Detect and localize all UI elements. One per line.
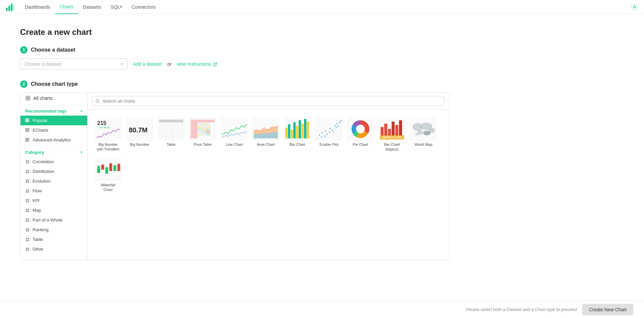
svg-rect-120 [191, 120, 215, 122]
chart-thumb-bar-chart [284, 117, 311, 141]
sidebar-all-charts[interactable]: All charts [20, 93, 87, 104]
nav-datasets[interactable]: Datasets [78, 0, 106, 14]
svg-point-4 [634, 6, 636, 8]
chart-card-bar-chart-legacy[interactable]: DEPRECATED Bar Chart(legacy) [377, 115, 407, 154]
svg-rect-11 [26, 121, 27, 122]
chart-card-world-map[interactable]: World Map [408, 115, 439, 154]
chart-label-bar-chart: Bar Chart [289, 142, 305, 147]
svg-point-161 [330, 128, 331, 129]
chart-card-line-chart[interactable]: Line Chart [219, 115, 249, 154]
svg-point-159 [327, 134, 328, 135]
svg-rect-7 [26, 99, 28, 100]
sidebar-item-ranking[interactable]: Ranking [20, 225, 87, 235]
svg-rect-149 [296, 126, 298, 138]
chart-label-big-number-trendline: Big Numberwith Trendline [97, 142, 119, 152]
recommended-tags-label: Recommended tags [25, 109, 67, 114]
svg-rect-6 [28, 96, 30, 98]
app-logo[interactable] [5, 2, 15, 12]
sidebar-item-table[interactable]: Table [20, 235, 87, 244]
svg-rect-150 [299, 120, 301, 138]
svg-point-156 [321, 132, 323, 134]
sidebar-item-echarts[interactable]: ECharts [20, 125, 87, 135]
chart-card-big-number-trendline[interactable]: 215 +70% WoW Big Numberwith Trendline [93, 115, 123, 154]
dataset-placeholder: Choose a dataset [24, 61, 61, 67]
svg-rect-130 [197, 125, 202, 128]
chart-card-pivot-table[interactable]: Pivot Table [188, 115, 218, 154]
step2-label: Choose chart type [31, 81, 78, 87]
nav-charts[interactable]: Charts [55, 0, 78, 14]
dataset-or-text: or [167, 61, 171, 67]
svg-rect-138 [206, 130, 210, 133]
sidebar-divider-1 [20, 105, 87, 105]
ranking-label: Ranking [33, 227, 49, 232]
sidebar-item-popular[interactable]: Popular [20, 116, 87, 125]
chart-label-bar-chart-legacy: Bar Chart(legacy) [384, 142, 400, 152]
svg-rect-135 [206, 128, 210, 130]
sidebar-divider-2 [20, 146, 87, 146]
svg-rect-151 [301, 124, 304, 138]
navigation: Dashboards Charts Datasets SQL Connector… [0, 0, 644, 14]
svg-rect-3 [13, 5, 14, 11]
sidebar-item-advanced-analytics[interactable]: Advanced-Analytics [20, 135, 87, 145]
dataset-dropdown[interactable]: Choose a dataset ▾ [20, 58, 128, 70]
svg-text:+70% WoW: +70% WoW [97, 126, 110, 129]
category-header[interactable]: Category ▾ [20, 148, 87, 157]
sidebar-item-map[interactable]: Map [20, 205, 87, 215]
svg-rect-123 [191, 128, 197, 130]
svg-point-101 [96, 100, 99, 102]
nav-right [631, 3, 639, 11]
popular-label: Popular [33, 118, 48, 123]
settings-icon[interactable] [631, 3, 639, 11]
svg-rect-13 [26, 128, 27, 130]
sidebar-item-kpi[interactable]: KPI [20, 196, 87, 205]
add-dataset-link[interactable]: Add a dataset [133, 61, 162, 67]
chart-label-pivot-table: Pivot Table [194, 142, 212, 147]
chart-card-pie-chart[interactable]: Pie Chart [345, 115, 376, 154]
chart-thumb-world-map [410, 117, 437, 141]
step2-number: 2 [20, 80, 28, 88]
chart-card-table[interactable]: Table [156, 115, 186, 154]
svg-rect-152 [304, 119, 306, 138]
chart-card-bar-chart[interactable]: Bar Chart [282, 115, 312, 154]
svg-rect-136 [197, 130, 202, 133]
svg-rect-2 [11, 4, 12, 11]
dropdown-arrow-icon: ▾ [121, 62, 123, 66]
svg-rect-8 [28, 99, 30, 100]
evolution-label: Evolution [33, 179, 50, 184]
sidebar-item-other[interactable]: Other [20, 244, 87, 254]
nav-sql[interactable]: SQL [106, 0, 127, 14]
chart-thumb-table [158, 117, 185, 141]
sidebar-item-evolution[interactable]: Evolution [20, 176, 87, 186]
nav-dashboards[interactable]: Dashboards [20, 0, 55, 14]
sidebar-item-part-of-a-whole[interactable]: Part of a Whole [20, 215, 87, 225]
map-label: Map [33, 208, 41, 213]
chart-card-scatter-plot[interactable]: Scatter Plot [314, 115, 344, 154]
chart-sidebar: All charts Recommended tags ▾ Popular [20, 93, 88, 260]
svg-rect-12 [28, 121, 29, 122]
chart-card-waterfall-chart[interactable]: WaterfallChart [93, 155, 123, 195]
sidebar-item-distribution[interactable]: Distribution [20, 167, 87, 176]
chart-label-pie-chart: Pie Chart [353, 142, 368, 147]
nav-connectors[interactable]: Connectors [127, 0, 160, 14]
chart-label-big-number: Big Number [130, 142, 149, 147]
svg-rect-122 [191, 125, 197, 128]
svg-rect-146 [288, 124, 290, 138]
chart-label-scatter-plot: Scatter Plot [319, 142, 339, 147]
svg-point-187 [423, 131, 431, 135]
search-input[interactable] [92, 96, 445, 106]
chart-label-waterfall-chart: WaterfallChart [101, 183, 115, 192]
svg-point-163 [329, 132, 330, 133]
table-label: Table [33, 237, 43, 242]
chart-card-area-chart[interactable]: Area Chart [251, 115, 281, 154]
svg-rect-16 [28, 130, 29, 132]
distribution-label: Distribution [33, 169, 54, 174]
step1-header: 1 Choose a dataset [20, 46, 450, 54]
view-instructions-link[interactable]: view instructions [177, 61, 217, 67]
chart-label-line-chart: Line Chart [226, 142, 243, 147]
chart-card-big-number[interactable]: 80.7M Big Number [125, 115, 155, 154]
sidebar-item-flow[interactable]: Flow [20, 186, 87, 196]
svg-rect-131 [202, 125, 206, 128]
sidebar-item-correlation[interactable]: Correlation [20, 157, 87, 167]
svg-rect-148 [293, 122, 296, 138]
recommended-tags-header[interactable]: Recommended tags ▾ [20, 107, 87, 116]
